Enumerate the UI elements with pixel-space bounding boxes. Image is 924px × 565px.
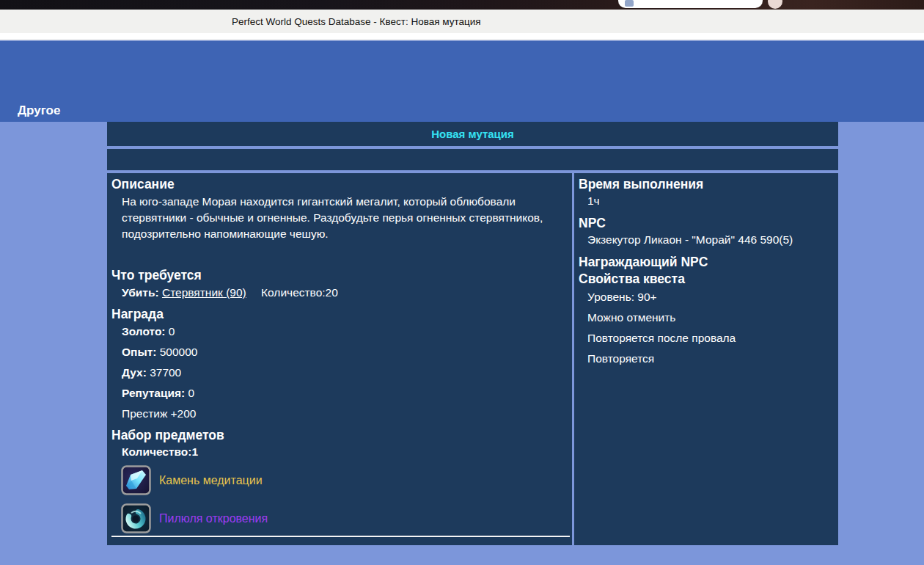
item-link-revelation-pill[interactable]: Пилюля откровения (159, 512, 268, 525)
time-value: 1ч (587, 194, 834, 207)
description-header: Описание (111, 177, 566, 192)
left-column-divider-line (111, 536, 570, 537)
item-row-meditation-stone: Камень медитации (121, 465, 566, 495)
page-title-bar: Perfect World Quests Database - Квест: Н… (0, 10, 924, 33)
reward-prestige-row: Престиж +200 (122, 407, 566, 420)
kill-target-link[interactable]: Стервятник (90) (162, 286, 246, 299)
quest-subtitle-bar (107, 149, 838, 170)
reward-reputation-value: 0 (188, 387, 195, 399)
reward-spirit-value: 37700 (150, 366, 181, 379)
kill-requirement-row: Убить: Стервятник (90) Количество:20 (122, 286, 566, 299)
reward-gold-label: Золото: (122, 325, 166, 338)
reward-exp-row: Опыт: 500000 (122, 346, 566, 358)
reward-header: Награда (111, 307, 566, 321)
item-row-revelation-pill: Пилюля откровения (121, 503, 566, 533)
npc-header: NPC (579, 216, 834, 230)
reward-gold-value: 0 (169, 325, 175, 338)
header-divider (0, 33, 924, 40)
quest-property-cancelable: Можно отменить (587, 311, 834, 324)
reward-reputation-row: Репутация: 0 (122, 387, 566, 399)
quest-property-repeat-after-fail: Повторяется после провала (587, 332, 834, 344)
requirements-header: Что требуется (111, 268, 566, 282)
reward-gold-row: Золото: 0 (122, 325, 566, 338)
reward-exp-label: Опыт: (122, 346, 156, 358)
quest-title: Новая мутация (431, 128, 514, 140)
time-header: Время выполнения (579, 177, 834, 192)
nav-item-other[interactable]: Другое (18, 103, 60, 118)
reward-spirit-row: Дух: 37700 (122, 366, 566, 379)
quest-properties-header: Свойства квеста (579, 271, 834, 286)
kill-count: Количество:20 (261, 286, 338, 299)
item-link-meditation-stone[interactable]: Камень медитации (159, 474, 263, 487)
browser-search-box[interactable] (618, 0, 763, 8)
reward-reputation-label: Репутация: (122, 387, 185, 399)
reward-spirit-label: Дух: (122, 366, 147, 379)
npc-value: Экзекутор Ликаон - "Морай" 446 590(5) (587, 233, 834, 246)
quest-card: Новая мутация Описание На юго-западе Мор… (107, 122, 838, 545)
site-header-band: Другое (0, 41, 924, 122)
browser-toolbar (0, 0, 924, 10)
browser-profile-avatar[interactable] (768, 0, 782, 9)
description-text: На юго-западе Морая находится гигантский… (122, 194, 571, 242)
quest-body: Описание На юго-западе Морая находится г… (107, 173, 838, 545)
quest-property-repeatable: Повторяется (587, 352, 834, 365)
quest-right-column: Время выполнения 1ч NPC Экзекутор Ликаон… (574, 173, 838, 545)
rewarding-npc-header: Награждающий NPC (579, 255, 834, 269)
meditation-stone-icon[interactable] (121, 465, 151, 495)
page-title: Perfect World Quests Database - Квест: Н… (232, 10, 481, 33)
reward-exp-value: 500000 (160, 346, 198, 358)
revelation-pill-icon[interactable] (121, 503, 151, 533)
quest-title-bar: Новая мутация (107, 122, 838, 146)
item-set-count: Количество:1 (122, 445, 566, 458)
quest-left-column: Описание На юго-западе Морая находится г… (107, 173, 572, 545)
search-box-site-icon (625, 0, 634, 7)
kill-label: Убить: (122, 286, 159, 299)
quest-property-level: Уровень: 90+ (587, 291, 834, 303)
item-set-header: Набор предметов (111, 428, 566, 442)
